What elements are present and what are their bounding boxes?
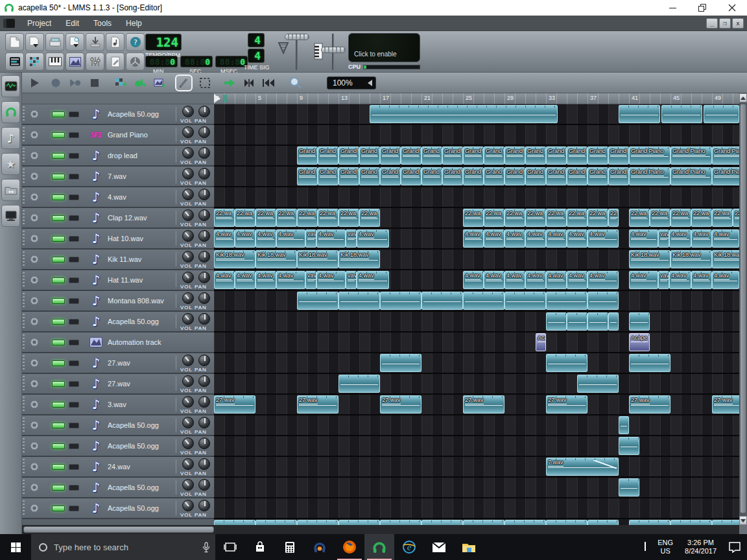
sample-pattern[interactable]: Grand bbox=[504, 146, 525, 165]
track-mute-led[interactable] bbox=[52, 298, 65, 304]
track-grip-handle[interactable] bbox=[23, 438, 25, 454]
vertical-scrollbar[interactable] bbox=[739, 93, 747, 525]
grid-track-lane[interactable] bbox=[214, 374, 739, 395]
track-row[interactable]: ♪ Acapella 50.ogg VOL PAN bbox=[22, 436, 214, 457]
sample-pattern[interactable]: Grand bbox=[442, 146, 463, 165]
sample-pattern[interactable]: 4.wav bbox=[255, 271, 276, 289]
track-mute-led[interactable] bbox=[52, 111, 65, 117]
pan-knob[interactable] bbox=[198, 500, 210, 511]
grid-track-lane[interactable]: GrandGrandGrandGrandGrandGrandGrandGrand… bbox=[214, 167, 739, 187]
volume-knob[interactable] bbox=[182, 230, 194, 242]
sample-pattern[interactable]: 4.wav bbox=[276, 229, 305, 248]
sample-pattern[interactable] bbox=[587, 292, 619, 310]
sample-pattern[interactable] bbox=[546, 354, 587, 372]
pan-knob[interactable] bbox=[198, 438, 210, 449]
track-row[interactable]: ♪ Kik 11.wav VOL PAN bbox=[22, 250, 214, 270]
grid-track-lane[interactable] bbox=[214, 478, 739, 498]
volume-knob[interactable] bbox=[182, 458, 194, 470]
track-mute-led[interactable] bbox=[52, 360, 65, 366]
presets-sidebar-button[interactable]: ♪ bbox=[1, 127, 20, 149]
track-solo-led[interactable] bbox=[69, 360, 79, 366]
sample-pattern[interactable]: 22.wa bbox=[629, 209, 650, 227]
sample-pattern[interactable] bbox=[546, 312, 567, 331]
sample-pattern[interactable]: Grand bbox=[587, 146, 608, 165]
volume-knob[interactable] bbox=[182, 313, 194, 325]
sample-pattern[interactable]: Grand bbox=[401, 146, 421, 165]
sample-pattern[interactable]: vav bbox=[305, 229, 316, 248]
sample-pattern[interactable]: vav bbox=[346, 229, 357, 248]
sample-pattern[interactable]: 27.wav bbox=[380, 395, 421, 414]
track-row[interactable]: ♪ drop lead VOL PAN bbox=[22, 146, 214, 167]
track-gear-button[interactable] bbox=[29, 295, 40, 307]
track-mute-led[interactable] bbox=[52, 153, 65, 159]
sample-pattern[interactable]: 22.wa bbox=[691, 209, 712, 227]
tempo-lcd[interactable]: 124 bbox=[145, 34, 182, 51]
track-name[interactable]: Acapella 50.ogg bbox=[108, 421, 159, 429]
sample-pattern[interactable]: 4.wav bbox=[463, 229, 484, 248]
track-mute-led[interactable] bbox=[52, 257, 65, 262]
instrument-note-icon[interactable]: ♪ bbox=[88, 376, 104, 391]
track-mute-led[interactable] bbox=[52, 506, 65, 511]
sample-pattern[interactable] bbox=[504, 520, 546, 525]
volume-knob[interactable] bbox=[182, 355, 194, 366]
track-row[interactable]: ♪ Acapella 50.ogg VOL PAN bbox=[22, 478, 214, 498]
track-name[interactable]: Automation track bbox=[108, 338, 161, 346]
track-mute-led[interactable] bbox=[52, 319, 65, 325]
sample-pattern[interactable]: Grand bbox=[484, 167, 504, 185]
sample-pattern[interactable]: 22.wa bbox=[359, 209, 380, 227]
track-row[interactable]: ♪ 3.wav VOL PAN bbox=[22, 395, 214, 415]
track-mute-led[interactable] bbox=[52, 215, 65, 221]
sample-pattern[interactable]: 27.wav bbox=[629, 395, 670, 414]
track-solo-led[interactable] bbox=[69, 277, 79, 283]
sample-pattern[interactable] bbox=[546, 292, 587, 310]
sample-pattern[interactable]: Grand Piano bbox=[629, 146, 670, 165]
mdi-minimize-button[interactable]: _ bbox=[706, 18, 718, 29]
menu-tools[interactable]: Tools bbox=[86, 16, 119, 30]
track-gear-button[interactable] bbox=[29, 170, 40, 182]
track-gear-button[interactable] bbox=[29, 482, 40, 493]
sample-pattern[interactable]: Grand bbox=[463, 146, 484, 165]
sample-pattern[interactable] bbox=[338, 375, 380, 393]
track-gear-button[interactable] bbox=[29, 378, 40, 390]
sample-pattern[interactable]: 4.wav bbox=[504, 271, 525, 289]
track-row[interactable]: ♪ 7.wav VOL PAN bbox=[22, 167, 214, 187]
volume-knob[interactable] bbox=[182, 189, 194, 200]
sample-pattern[interactable]: 4.wav bbox=[587, 271, 619, 289]
sample-pattern[interactable]: 4.wav bbox=[669, 271, 691, 289]
microsoft-store-icon[interactable] bbox=[245, 534, 275, 560]
pan-knob[interactable] bbox=[198, 292, 210, 304]
track-gear-button[interactable] bbox=[29, 399, 40, 410]
sample-pattern[interactable] bbox=[587, 520, 619, 525]
track-gear-button[interactable] bbox=[29, 108, 40, 120]
pan-knob[interactable] bbox=[198, 168, 210, 180]
pan-knob[interactable] bbox=[198, 458, 210, 470]
pan-knob[interactable] bbox=[198, 209, 210, 221]
sample-pattern[interactable]: Grand bbox=[442, 167, 463, 185]
vertical-scroll-handle[interactable] bbox=[740, 104, 746, 513]
sample-pattern[interactable]: Kik 18.wav bbox=[338, 250, 380, 268]
song-grid[interactable]: GrandGrandGrandGrandGrandGrandGrandGrand… bbox=[214, 104, 739, 525]
track-name[interactable]: 24.wav bbox=[108, 463, 130, 471]
computer-sidebar-button[interactable] bbox=[1, 205, 20, 227]
instrument-note-icon[interactable]: ♪ bbox=[88, 480, 104, 495]
sample-pattern[interactable]: 22.wa bbox=[214, 209, 235, 227]
track-solo-led[interactable] bbox=[69, 132, 79, 138]
track-name[interactable]: 27.wav bbox=[108, 380, 130, 388]
instrument-note-icon[interactable]: ♪ bbox=[88, 417, 104, 433]
export-midi-button[interactable] bbox=[106, 33, 124, 51]
sample-pattern[interactable]: 4.wav bbox=[691, 229, 712, 248]
track-mute-led[interactable] bbox=[52, 132, 65, 138]
song-editor-toggle-button[interactable] bbox=[5, 52, 24, 71]
track-solo-led[interactable] bbox=[69, 174, 79, 180]
instrument-note-icon[interactable]: ♪ bbox=[88, 500, 104, 516]
instrument-note-icon[interactable]: ♪ bbox=[88, 210, 104, 226]
track-solo-led[interactable] bbox=[69, 402, 79, 408]
internet-explorer-icon[interactable]: e bbox=[394, 534, 424, 560]
zoom-level-display[interactable]: 100% bbox=[327, 76, 376, 89]
grid-track-lane[interactable] bbox=[214, 125, 739, 146]
window-titlebar[interactable]: acapella 50* - LMMS 1.1.3 - [Song-Editor… bbox=[0, 0, 747, 16]
favorites-sidebar-button[interactable]: ★ bbox=[1, 153, 20, 175]
track-row[interactable]: ♪ 24.wav VOL PAN bbox=[22, 457, 214, 478]
track-mute-led[interactable] bbox=[52, 174, 65, 180]
sample-pattern[interactable]: 27.wav bbox=[297, 395, 338, 414]
